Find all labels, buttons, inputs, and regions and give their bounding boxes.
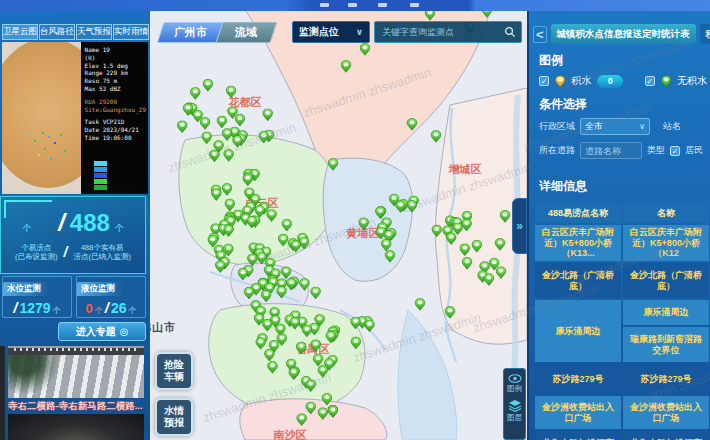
table-row[interactable]: 龙头山路与沿江高速	[623, 431, 709, 440]
table-row[interactable]: 白云区庆丰广场附近）K5+800小桥（K12	[623, 225, 709, 261]
rescue-vehicles-label-1: 抢险	[164, 359, 184, 371]
stats-total: 488	[70, 209, 110, 237]
map-tools: 图例 图层	[503, 368, 526, 440]
tab-satellite-cloud[interactable]: 卫星云图	[2, 24, 38, 40]
column-header: 名称	[623, 203, 709, 223]
legend-checkbox-waterlogged[interactable]: ✓	[539, 76, 549, 86]
sidebar-collapse-button[interactable]: »	[512, 198, 527, 254]
right-panel: < 城镇积水点信息报送定时统计表 积水监测 图例 ✓ 积水 0 ✓ 无积水 51…	[527, 10, 710, 440]
water-level-count: 1279	[20, 300, 51, 316]
district-label-zengcheng: 增城区	[448, 163, 482, 175]
stats-note-left: 个易涝点(已布设监测)	[15, 243, 58, 262]
table-column-right: 名称 白云区庆丰广场附近）K5+800小桥（K12 金沙北路（广清桥底） 康乐涌…	[623, 203, 709, 440]
table-row[interactable]: 苏沙路279号	[535, 364, 621, 394]
district-label-huadu: 花都区	[228, 96, 262, 108]
enter-topic-button[interactable]: 进入专题 ◎	[58, 322, 146, 341]
waterlogged-count-badge: 0	[597, 75, 623, 88]
layers-icon	[508, 400, 522, 412]
layers-tool[interactable]: 图层	[507, 400, 522, 423]
search-icon[interactable]	[504, 26, 516, 38]
radar-image	[2, 42, 81, 194]
left-panel: 卫星云图 台风路径 天气预报 实时雨情 Name 19(R) Elev 1.5 …	[0, 10, 150, 440]
type-checkbox-resident[interactable]: ✓	[670, 146, 680, 156]
liquid-level-alert-count: 0	[86, 301, 93, 316]
radar-info-text: Name 19(R) Elev 1.5 degRange 229 km Reso…	[81, 42, 148, 194]
camera-timestamp-bar	[8, 348, 144, 355]
tab-waterlogging-report[interactable]: 城镇积水点信息报送定时统计表	[551, 24, 696, 44]
liquid-level-monitor-box: 液位监测 0 个 / 26 个	[76, 276, 146, 318]
tab-water-monitoring[interactable]: 积水监测	[700, 24, 710, 44]
camera-strip-sliver	[0, 346, 5, 440]
weather-tabs: 卫星云图 台风路径 天气预报 实时雨情	[2, 24, 149, 40]
detail-section-title: 详细信息	[539, 178, 587, 195]
type-option-label: 居民	[685, 144, 703, 157]
legend-label-waterlogged: 积水	[571, 74, 591, 88]
yellow-pin-icon	[555, 75, 565, 88]
search-input[interactable]	[380, 26, 504, 38]
green-pin-icon	[661, 75, 671, 88]
table-row[interactable]: 瑞康路到新窖滘路交界位	[623, 327, 709, 362]
table-row[interactable]: 康乐涌周边	[535, 300, 621, 362]
table-row[interactable]: 龙头山路与沿江高速	[535, 431, 621, 440]
station-filter-label: 站名	[663, 120, 681, 133]
water-level-monitor-label: 水位监测	[3, 282, 49, 296]
flood-monitoring-dashboard: 花都区 增城区 白云区 黄埔区 番禺区 南沙区 佛山市 广州市 流域 监测点位 …	[0, 0, 710, 440]
map-search-box[interactable]	[374, 21, 522, 43]
liquid-level-count: 26	[111, 300, 127, 316]
camera-snapshot-1[interactable]	[8, 346, 144, 398]
camera-snapshot-2[interactable]	[8, 414, 144, 440]
stats-cut-unit: 个	[22, 222, 31, 235]
region-select[interactable]: 全市 ∨	[580, 118, 650, 135]
water-forecast-button[interactable]: 水情 预报	[155, 398, 193, 436]
tab-realtime-rain[interactable]: 实时雨情	[113, 24, 149, 40]
water-forecast-label-1: 水情	[164, 405, 184, 417]
road-filter-label: 所在道路	[539, 144, 575, 157]
eye-icon	[508, 374, 522, 383]
type-filter-label: 类型	[647, 144, 665, 157]
target-icon: ◎	[120, 326, 129, 337]
table-row[interactable]: 金沙北路（广清桥底）	[623, 263, 709, 298]
camera-caption: 寺右二横路-寺右新马路二横路...	[8, 400, 146, 413]
map[interactable]: 花都区 增城区 白云区 黄埔区 番禺区 南沙区	[150, 10, 527, 440]
liquid-level-monitor-label: 液位监测	[77, 282, 123, 296]
region-select-value: 全市	[585, 120, 603, 133]
table-row[interactable]: 康乐涌周边	[623, 300, 709, 325]
table-column-left: 488易涝点名称 白云区庆丰广场附近）K5+800小桥（K13... 金沙北路（…	[535, 203, 621, 440]
district-label-nansha: 南沙区	[273, 429, 307, 440]
tab-river-basin[interactable]: 流域	[215, 22, 278, 43]
table-row[interactable]: 金沙北路（广清桥底）	[535, 263, 621, 298]
radar-panel: Name 19(R) Elev 1.5 degRange 229 km Reso…	[2, 42, 148, 194]
water-forecast-label-2: 预报	[164, 417, 184, 429]
radar-disc	[2, 42, 81, 188]
table-row[interactable]: 金沙洲收费站出入口广场	[535, 396, 621, 429]
tab-guangzhou-city[interactable]: 广州市	[157, 22, 224, 43]
rescue-vehicles-button[interactable]: 抢险 车辆	[155, 352, 193, 390]
enter-topic-label: 进入专题	[76, 325, 116, 339]
table-row[interactable]: 金沙洲收费站出入口广场	[623, 396, 709, 429]
road-name-input[interactable]	[580, 142, 642, 159]
legend-checkbox-dry[interactable]: ✓	[645, 76, 655, 86]
rescue-vehicles-label-2: 车辆	[164, 371, 184, 383]
table-row[interactable]: 白云区庆丰广场附近）K5+800小桥（K13...	[535, 225, 621, 261]
monitor-stat-boxes: 水位监测 / 1279 个 液位监测 0 个 / 26 个	[2, 276, 146, 318]
flood-points-table: 488易涝点名称 白云区庆丰广场附近）K5+800小桥（K13... 金沙北路（…	[535, 203, 709, 440]
district-label-huangpu: 黄埔区	[346, 227, 380, 240]
monitor-type-dropdown-label: 监测点位	[299, 25, 339, 39]
stats-note-right: 488个实有易涝点(已纳入监测)	[73, 243, 131, 262]
water-level-monitor-box: 水位监测 / 1279 个	[2, 276, 72, 318]
top-nav-strip[interactable]	[0, 0, 710, 11]
table-row[interactable]: 苏沙路279号	[623, 364, 709, 394]
camera-road-view	[8, 355, 144, 398]
radar-echo-specks	[42, 132, 44, 134]
stats-unit: 个	[115, 222, 124, 235]
tab-weather-forecast[interactable]: 天气预报	[76, 24, 112, 40]
legend-section-title: 图例	[539, 52, 563, 69]
chevron-down-icon: ∨	[639, 122, 645, 131]
back-chevron-icon[interactable]: <	[533, 26, 547, 43]
region-filter-label: 行政区域	[539, 120, 575, 133]
filter-section-title: 条件选择	[539, 96, 587, 113]
monitor-type-dropdown[interactable]: 监测点位 ∨	[292, 21, 370, 43]
tab-typhoon-path[interactable]: 台风路径	[39, 24, 75, 40]
legend-label-dry: 无积水	[677, 74, 707, 88]
legend-tool[interactable]: 图例	[507, 374, 522, 394]
